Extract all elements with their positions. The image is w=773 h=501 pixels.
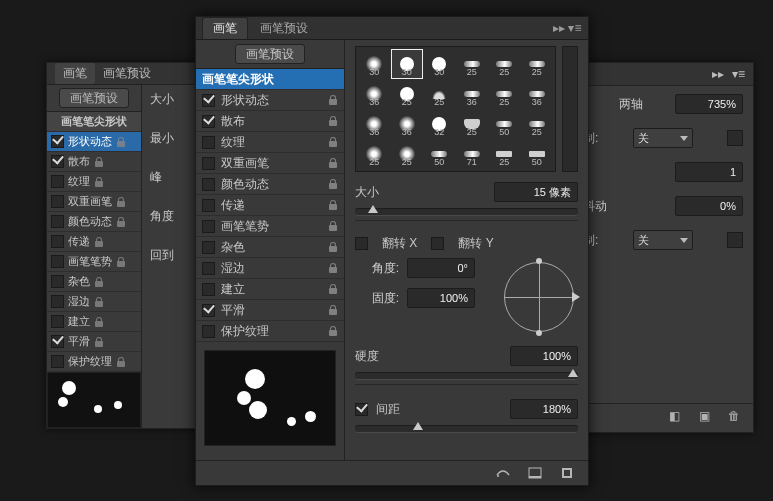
scrollbar[interactable] bbox=[562, 46, 578, 172]
checkbox-icon[interactable] bbox=[202, 157, 215, 170]
checkbox-icon[interactable] bbox=[202, 94, 215, 107]
brush-thumb[interactable]: 50 bbox=[521, 139, 554, 169]
checkbox-icon[interactable] bbox=[51, 335, 64, 348]
angle-compass[interactable] bbox=[500, 258, 578, 336]
preset-button[interactable]: 画笔预设 bbox=[59, 88, 129, 108]
angle-value[interactable]: 0° bbox=[407, 258, 475, 278]
control-dropdown[interactable]: 关 bbox=[633, 230, 693, 250]
brush-thumb[interactable]: 25 bbox=[521, 109, 554, 139]
brush-thumb[interactable]: 25 bbox=[488, 49, 521, 79]
checkbox-icon[interactable] bbox=[51, 355, 64, 368]
list-item[interactable]: 湿边 bbox=[47, 292, 141, 312]
checkbox-icon[interactable] bbox=[202, 199, 215, 212]
list-item[interactable]: 散布 bbox=[47, 152, 141, 172]
brush-thumb[interactable]: 25 bbox=[391, 139, 424, 169]
list-item[interactable]: 形状动态 bbox=[47, 132, 141, 152]
list-item[interactable]: 画笔笔势 bbox=[196, 216, 344, 237]
brush-thumb[interactable]: 25 bbox=[521, 49, 554, 79]
new-preset-icon[interactable] bbox=[526, 465, 544, 481]
brush-thumb[interactable]: 36 bbox=[521, 79, 554, 109]
list-header-tip-shape[interactable]: 画笔笔尖形状 bbox=[196, 69, 344, 90]
list-item[interactable]: 颜色动态 bbox=[47, 212, 141, 232]
brush-thumb[interactable]: 30 bbox=[391, 49, 424, 79]
checkbox-icon[interactable] bbox=[202, 220, 215, 233]
checkbox-icon[interactable] bbox=[202, 262, 215, 275]
collapse-icon[interactable]: ▸▸ bbox=[712, 67, 724, 81]
list-item[interactable]: 画笔笔势 bbox=[47, 252, 141, 272]
list-item[interactable]: 保护纹理 bbox=[47, 352, 141, 372]
list-item[interactable]: 杂色 bbox=[196, 237, 344, 258]
flipx-checkbox[interactable] bbox=[355, 237, 368, 250]
control-dropdown[interactable]: 关 bbox=[633, 128, 693, 148]
list-item[interactable]: 传递 bbox=[196, 195, 344, 216]
checkbox-icon[interactable] bbox=[51, 315, 64, 328]
spacing-value[interactable]: 180% bbox=[510, 399, 578, 419]
spacing-checkbox[interactable] bbox=[355, 403, 368, 416]
menu-icon[interactable]: ▾≡ bbox=[568, 21, 582, 35]
trash-icon[interactable]: 🗑 bbox=[725, 408, 743, 424]
checkbox-icon[interactable] bbox=[202, 304, 215, 317]
checkbox-icon[interactable] bbox=[202, 283, 215, 296]
checkbox-icon[interactable] bbox=[51, 195, 64, 208]
list-item[interactable]: 纹理 bbox=[47, 172, 141, 192]
list-item[interactable]: 双重画笔 bbox=[47, 192, 141, 212]
preset-button[interactable]: 画笔预设 bbox=[235, 44, 305, 64]
brush-thumb[interactable]: 25 bbox=[488, 139, 521, 169]
create-icon[interactable] bbox=[558, 465, 576, 481]
list-item[interactable]: 平滑 bbox=[196, 300, 344, 321]
brush-thumb[interactable]: 36 bbox=[456, 79, 489, 109]
checkbox-icon[interactable] bbox=[202, 115, 215, 128]
brush-thumb[interactable]: 36 bbox=[358, 109, 391, 139]
size-slider[interactable] bbox=[355, 208, 578, 216]
brush-thumb-grid[interactable]: 3030302525253625253625363636322550252525… bbox=[355, 46, 556, 172]
checkbox-icon[interactable] bbox=[51, 155, 64, 168]
list-item[interactable]: 形状动态 bbox=[196, 90, 344, 111]
list-item[interactable]: 建立 bbox=[196, 279, 344, 300]
list-item[interactable]: 建立 bbox=[47, 312, 141, 332]
brush-thumb[interactable]: 30 bbox=[358, 49, 391, 79]
brush-thumb[interactable]: 25 bbox=[456, 49, 489, 79]
tab-brush[interactable]: 画笔 bbox=[55, 63, 95, 84]
brush-thumb[interactable]: 25 bbox=[423, 79, 456, 109]
checkbox-icon[interactable] bbox=[51, 135, 64, 148]
brush-thumb[interactable]: 30 bbox=[423, 49, 456, 79]
brush-thumb[interactable]: 32 bbox=[423, 109, 456, 139]
toggle-preview-icon[interactable] bbox=[494, 465, 512, 481]
list-item[interactable]: 颜色动态 bbox=[196, 174, 344, 195]
list-item[interactable]: 双重画笔 bbox=[196, 153, 344, 174]
tab-brush-presets[interactable]: 画笔预设 bbox=[250, 18, 318, 39]
two-axis-value[interactable]: 735% bbox=[675, 94, 743, 114]
checkbox-icon[interactable] bbox=[202, 325, 215, 338]
brush-thumb[interactable]: 50 bbox=[488, 109, 521, 139]
list-item[interactable]: 散布 bbox=[196, 111, 344, 132]
brush-thumb[interactable]: 36 bbox=[391, 109, 424, 139]
toggle-icon[interactable]: ◧ bbox=[665, 408, 683, 424]
brush-thumb[interactable]: 71 bbox=[456, 139, 489, 169]
count-jitter-value[interactable]: 0% bbox=[675, 196, 743, 216]
menu-icon[interactable]: ▾≡ bbox=[732, 67, 745, 81]
checkbox-icon[interactable] bbox=[51, 215, 64, 228]
hardness-slider[interactable] bbox=[355, 372, 578, 380]
checkbox-icon[interactable] bbox=[51, 255, 64, 268]
checkbox-icon[interactable] bbox=[51, 295, 64, 308]
brush-thumb[interactable]: 25 bbox=[488, 79, 521, 109]
spacing-slider[interactable] bbox=[355, 425, 578, 433]
brush-thumb[interactable]: 36 bbox=[358, 79, 391, 109]
brush-thumb[interactable]: 25 bbox=[391, 79, 424, 109]
checkbox-icon[interactable] bbox=[202, 178, 215, 191]
checkbox-icon[interactable] bbox=[51, 235, 64, 248]
list-item[interactable]: 传递 bbox=[47, 232, 141, 252]
checkbox-icon[interactable] bbox=[51, 275, 64, 288]
size-value[interactable]: 15 像素 bbox=[494, 182, 578, 202]
collapse-icon[interactable]: ▸▸ bbox=[552, 21, 566, 35]
new-icon[interactable]: ▣ bbox=[695, 408, 713, 424]
brush-thumb[interactable]: 50 bbox=[423, 139, 456, 169]
checkbox-icon[interactable] bbox=[51, 175, 64, 188]
list-item[interactable]: 湿边 bbox=[196, 258, 344, 279]
tab-brush-presets[interactable]: 画笔预设 bbox=[103, 65, 151, 82]
brush-thumb[interactable]: 25 bbox=[358, 139, 391, 169]
hardness-value[interactable]: 100% bbox=[510, 346, 578, 366]
count-value[interactable]: 1 bbox=[675, 162, 743, 182]
list-header[interactable]: 画笔笔尖形状 bbox=[47, 112, 141, 132]
list-item[interactable]: 杂色 bbox=[47, 272, 141, 292]
